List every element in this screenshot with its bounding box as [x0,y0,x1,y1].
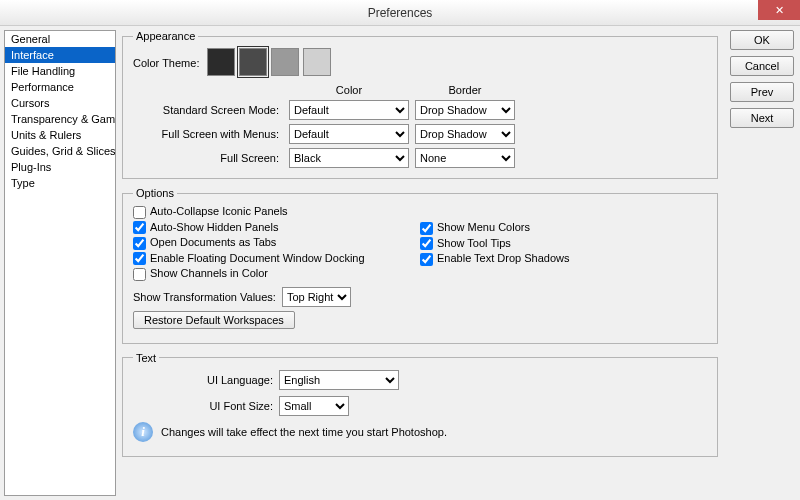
mode-2-label: Full Screen: [133,152,283,164]
text-group: Text UI Language: English UI Font Size: … [122,352,718,457]
prev-button[interactable]: Prev [730,82,794,102]
mode-2-color-select[interactable]: Black [289,148,409,168]
checkbox-label: Open Documents as Tabs [150,236,276,248]
options-group: Options Auto-Collapse Iconic PanelsAuto-… [122,187,718,344]
cancel-button[interactable]: Cancel [730,56,794,76]
appearance-legend: Appearance [133,30,198,42]
checkbox-enable-text-drop-shadows[interactable] [420,253,433,266]
color-theme-swatch-2[interactable] [271,48,299,76]
checkbox-label: Auto-Collapse Iconic Panels [150,205,288,217]
checkbox-label: Enable Floating Document Window Docking [150,252,365,264]
checkbox-open-documents-as-tabs[interactable] [133,237,146,250]
checkbox-show-channels-in-color[interactable] [133,268,146,281]
titlebar: Preferences ✕ [0,0,800,26]
checkbox-label: Show Channels in Color [150,267,268,279]
ui-language-select[interactable]: English [279,370,399,390]
restore-workspaces-button[interactable]: Restore Default Workspaces [133,311,295,329]
checkbox-label: Show Tool Tips [437,237,511,249]
right-button-column: OK Cancel Prev Next [724,26,800,500]
color-column-header: Color [289,84,409,96]
ok-button[interactable]: OK [730,30,794,50]
close-icon: ✕ [775,4,784,17]
checkbox-enable-floating-document-window-docking[interactable] [133,252,146,265]
sidebar: GeneralInterfaceFile HandlingPerformance… [4,30,116,496]
close-button[interactable]: ✕ [758,0,800,20]
text-note: Changes will take effect the next time y… [161,426,447,438]
sidebar-item-file-handling[interactable]: File Handling [5,63,115,79]
sidebar-item-plug-ins[interactable]: Plug-Ins [5,159,115,175]
color-theme-swatch-3[interactable] [303,48,331,76]
border-column-header: Border [415,84,515,96]
color-theme-swatch-0[interactable] [207,48,235,76]
mode-1-border-select[interactable]: Drop Shadow [415,124,515,144]
transform-label: Show Transformation Values: [133,291,276,303]
mode-0-border-select[interactable]: Drop Shadow [415,100,515,120]
checkbox-label: Auto-Show Hidden Panels [150,221,278,233]
text-legend: Text [133,352,159,364]
sidebar-item-guides-grid-slices[interactable]: Guides, Grid & Slices [5,143,115,159]
transform-values-select[interactable]: Top Right [282,287,351,307]
sidebar-item-interface[interactable]: Interface [5,47,115,63]
next-button[interactable]: Next [730,108,794,128]
sidebar-item-type[interactable]: Type [5,175,115,191]
checkbox-label: Show Menu Colors [437,221,530,233]
sidebar-item-performance[interactable]: Performance [5,79,115,95]
mode-1-label: Full Screen with Menus: [133,128,283,140]
ui-font-size-select[interactable]: Small [279,396,349,416]
window-title: Preferences [0,6,800,20]
options-legend: Options [133,187,177,199]
mode-0-color-select[interactable]: Default [289,100,409,120]
checkbox-auto-show-hidden-panels[interactable] [133,221,146,234]
mode-2-border-select[interactable]: None [415,148,515,168]
ui-font-label: UI Font Size: [163,400,273,412]
sidebar-item-general[interactable]: General [5,31,115,47]
checkbox-show-tool-tips[interactable] [420,237,433,250]
mode-1-color-select[interactable]: Default [289,124,409,144]
checkbox-show-menu-colors[interactable] [420,222,433,235]
sidebar-item-transparency-gamut[interactable]: Transparency & Gamut [5,111,115,127]
ui-language-label: UI Language: [163,374,273,386]
color-theme-swatch-1[interactable] [239,48,267,76]
sidebar-item-units-rulers[interactable]: Units & Rulers [5,127,115,143]
color-theme-label: Color Theme: [133,57,199,69]
appearance-group: Appearance Color Theme: Color Border Sta… [122,30,718,179]
sidebar-item-cursors[interactable]: Cursors [5,95,115,111]
checkbox-auto-collapse-iconic-panels[interactable] [133,206,146,219]
checkbox-label: Enable Text Drop Shadows [437,252,570,264]
info-icon: i [133,422,153,442]
mode-0-label: Standard Screen Mode: [133,104,283,116]
main-panel: Appearance Color Theme: Color Border Sta… [116,26,724,500]
